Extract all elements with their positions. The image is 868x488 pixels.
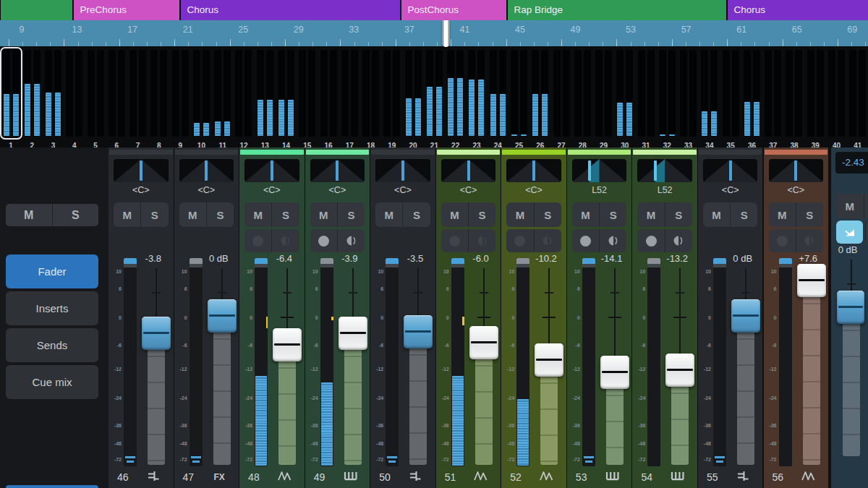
mute-button[interactable]: M xyxy=(375,202,402,227)
fader-value[interactable]: -13.2 xyxy=(657,253,697,264)
fader-handle[interactable] xyxy=(339,317,367,350)
bridge-channel-meter[interactable]: 32 xyxy=(658,48,677,138)
solo-button[interactable]: S xyxy=(337,202,365,227)
pan-value[interactable]: <C> xyxy=(501,185,566,200)
fader-value[interactable]: -14.1 xyxy=(592,253,632,264)
bridge-channel-meter[interactable]: 18 xyxy=(361,48,380,138)
mute-button[interactable]: M xyxy=(114,202,140,227)
pan-control[interactable] xyxy=(506,159,561,182)
mute-button[interactable]: M xyxy=(572,202,599,227)
pan-value[interactable]: <C> xyxy=(305,185,370,200)
bridge-channel-meter[interactable]: 10 xyxy=(192,48,211,138)
fader-handle[interactable] xyxy=(535,343,563,377)
solo-button[interactable]: S xyxy=(402,202,430,227)
pan-control[interactable] xyxy=(769,159,824,182)
solo-button[interactable]: S xyxy=(534,202,561,227)
mute-button[interactable]: M xyxy=(441,202,468,227)
bridge-channel-meter[interactable]: 35 xyxy=(721,48,741,138)
bridge-channel-meter[interactable]: 28 xyxy=(573,48,592,138)
bridge-channel-meter[interactable]: 23 xyxy=(467,48,486,138)
pan-control[interactable] xyxy=(572,159,627,182)
section-marker-lane[interactable]: PreChorusChorusPostChorusRap BridgeChoru… xyxy=(0,0,868,20)
bridge-channel-meter[interactable]: 41 xyxy=(848,48,867,138)
section-marker[interactable]: PostChorus xyxy=(401,0,506,20)
fader-handle[interactable] xyxy=(142,317,171,350)
bridge-channel-meter[interactable]: 31 xyxy=(637,48,656,138)
pan-control[interactable] xyxy=(244,159,299,182)
fader-value[interactable]: -3.8 xyxy=(133,253,174,264)
mute-button[interactable]: M xyxy=(244,202,271,227)
solo-button[interactable]: S xyxy=(206,202,234,227)
mute-button[interactable]: M xyxy=(179,202,206,227)
menu-item-sends[interactable]: Sends xyxy=(6,328,98,362)
bridge-channel-meter[interactable]: 21 xyxy=(425,48,444,138)
partial-bottom-button[interactable] xyxy=(6,485,98,488)
section-marker[interactable]: Chorus xyxy=(181,0,400,20)
pan-control[interactable] xyxy=(637,159,692,182)
fader-groove[interactable] xyxy=(737,314,754,465)
section-marker[interactable] xyxy=(1,0,72,20)
monitor-button[interactable] xyxy=(665,229,692,252)
pan-value[interactable]: <C> xyxy=(370,185,435,200)
fader-handle[interactable] xyxy=(731,299,760,333)
record-arm-button[interactable] xyxy=(769,229,796,252)
main-solo-button[interactable] xyxy=(864,194,868,218)
bridge-channel-meter[interactable]: 20 xyxy=(404,48,423,138)
main-mute-button[interactable]: M xyxy=(836,194,864,218)
fader-groove[interactable] xyxy=(409,330,427,465)
bridge-channel-meter[interactable]: 12 xyxy=(234,48,253,138)
bridge-channel-meter[interactable]: 14 xyxy=(276,48,296,138)
monitor-button[interactable] xyxy=(271,229,299,252)
fader-handle[interactable] xyxy=(469,326,498,359)
global-solo-button[interactable]: S xyxy=(52,204,99,226)
bridge-channel-meter[interactable]: 27 xyxy=(552,48,571,138)
section-marker[interactable]: Rap Bridge xyxy=(508,0,726,20)
bridge-channel-meter[interactable]: 37 xyxy=(763,48,783,138)
bridge-channel-meter[interactable]: 6 xyxy=(107,48,127,138)
main-fader-groove[interactable] xyxy=(843,305,860,456)
bridge-channel-meter[interactable]: 16 xyxy=(319,48,339,138)
fader-value[interactable]: -3.9 xyxy=(330,253,370,264)
fader-value[interactable]: -6.4 xyxy=(264,253,305,264)
pan-control[interactable] xyxy=(310,159,365,182)
menu-item-cue-mix[interactable]: Cue mix xyxy=(6,365,98,399)
bridge-channel-meter[interactable]: 34 xyxy=(699,48,719,138)
pan-value[interactable]: <C> xyxy=(698,185,763,200)
fader-handle[interactable] xyxy=(208,299,237,333)
timeline-ruler[interactable]: 9131721252933374145495357616569 xyxy=(0,20,868,46)
solo-button[interactable]: S xyxy=(730,202,757,227)
main-monitor-button[interactable] xyxy=(865,221,868,244)
pan-value[interactable]: <C> xyxy=(109,185,174,200)
fader-groove[interactable] xyxy=(344,331,362,465)
fader-handle[interactable] xyxy=(600,356,629,389)
fader-handle[interactable] xyxy=(797,264,826,297)
pan-value[interactable]: L52 xyxy=(632,185,697,200)
fader-value[interactable]: 0 dB xyxy=(723,253,763,264)
main-fader-handle[interactable] xyxy=(837,291,864,324)
mute-button[interactable]: M xyxy=(637,202,664,227)
mute-button[interactable]: M xyxy=(506,202,533,227)
playhead[interactable] xyxy=(442,20,450,47)
pan-value[interactable]: <C> xyxy=(239,185,305,200)
solo-button[interactable]: S xyxy=(468,202,495,227)
fader-handle[interactable] xyxy=(273,328,302,361)
solo-button[interactable]: S xyxy=(140,202,168,227)
section-marker[interactable]: Chorus xyxy=(728,0,868,20)
bridge-channel-meter[interactable]: 4 xyxy=(64,48,84,138)
bridge-channel-meter[interactable]: 40 xyxy=(827,48,846,138)
solo-button[interactable]: S xyxy=(796,202,823,227)
fader-groove[interactable] xyxy=(213,314,231,465)
bridge-channel-meter[interactable]: 25 xyxy=(509,48,529,138)
bridge-channel-meter[interactable]: 38 xyxy=(784,48,804,138)
main-out-button[interactable] xyxy=(836,221,863,244)
bridge-channel-meter[interactable]: 3 xyxy=(43,48,63,138)
bridge-channel-meter[interactable]: 9 xyxy=(171,48,190,138)
bridge-channel-meter[interactable]: 1 xyxy=(1,48,21,138)
fader-value[interactable]: 0 dB xyxy=(199,253,239,264)
fader-value[interactable]: -6.0 xyxy=(461,253,501,264)
pan-control[interactable] xyxy=(375,159,430,182)
bridge-channel-meter[interactable]: 39 xyxy=(806,48,825,138)
pan-control[interactable] xyxy=(179,159,234,182)
bridge-channel-meter[interactable]: 22 xyxy=(446,48,465,138)
menu-item-fader[interactable]: Fader xyxy=(6,254,98,288)
